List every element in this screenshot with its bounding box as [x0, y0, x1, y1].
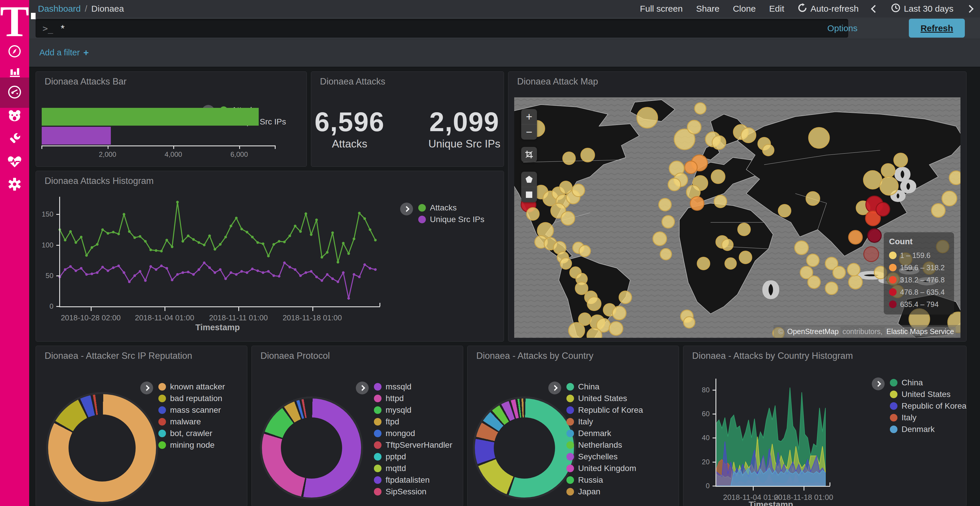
legend-collapse-button[interactable] [356, 382, 369, 394]
attack-location-dot[interactable] [807, 276, 821, 289]
legend-collapse-button[interactable] [400, 203, 413, 216]
legend-item[interactable]: TftpServerHandler [374, 439, 452, 451]
full-screen-button[interactable]: Full screen [640, 4, 683, 14]
attack-location-dot[interactable] [609, 321, 623, 336]
legend-item[interactable]: Italy [566, 416, 643, 428]
attack-location-dot[interactable] [881, 163, 896, 178]
legend-item[interactable]: Attacks [418, 202, 484, 214]
breadcrumb-dashboard-link[interactable]: Dashboard [38, 4, 81, 14]
attack-location-dot[interactable] [931, 203, 946, 218]
attack-location-dot[interactable] [619, 290, 632, 304]
time-back-button[interactable] [872, 6, 878, 12]
attack-location-dot[interactable] [711, 169, 725, 184]
clone-button[interactable]: Clone [733, 4, 756, 14]
attack-location-dot[interactable] [949, 171, 961, 185]
attack-location-dot[interactable] [612, 306, 627, 320]
attack-location-dot[interactable] [806, 191, 820, 206]
attack-location-dot[interactable] [668, 178, 681, 191]
reputation-donut[interactable] [48, 394, 156, 502]
attack-location-dot[interactable] [636, 107, 658, 128]
legend-item[interactable]: pptpd [374, 451, 452, 463]
legend-item[interactable]: Denmark [566, 428, 643, 439]
world-map[interactable]: + − Count 1 – 159.6159.6 – 318.2318.2 – … [514, 97, 961, 338]
legend-item[interactable]: mining node [158, 439, 225, 451]
attack-location-dot[interactable] [847, 263, 861, 276]
legend-item[interactable]: ftpd [374, 416, 452, 428]
attack-location-dot[interactable] [684, 160, 698, 174]
attack-location-dot[interactable] [876, 202, 890, 217]
attacks-histogram-plot[interactable] [60, 201, 375, 306]
attack-location-dot[interactable] [561, 211, 575, 225]
legend-item[interactable]: Italy [890, 412, 967, 424]
legend-item[interactable]: bot, crawler [158, 428, 225, 439]
attack-location-dot[interactable] [794, 241, 809, 255]
legend-item[interactable]: ftpdatalisten [374, 474, 452, 486]
attack-location-dot[interactable] [587, 297, 601, 311]
legend-item[interactable]: Republic of Korea [566, 404, 643, 416]
bar-Attacks[interactable] [42, 108, 259, 125]
attack-location-dot[interactable] [683, 316, 695, 328]
time-picker-button[interactable]: Last 30 days [891, 3, 953, 14]
attack-location-dot[interactable] [714, 195, 727, 208]
protocol-donut[interactable] [262, 398, 361, 498]
legend-item[interactable]: China [890, 377, 967, 389]
legend-item[interactable]: Denmark [890, 424, 967, 435]
legend-collapse-button[interactable] [140, 382, 153, 394]
attack-location-dot[interactable] [687, 120, 702, 134]
attack-location-dot[interactable] [880, 176, 899, 195]
attack-location-dot[interactable] [579, 245, 591, 257]
attack-location-dot[interactable] [712, 135, 726, 150]
attack-location-dot[interactable] [660, 248, 672, 260]
legend-item[interactable]: United Kingdom [566, 463, 643, 474]
bar-Unique Src IPs[interactable] [42, 127, 111, 144]
refresh-button[interactable]: Refresh [909, 19, 965, 38]
attack-location-dot[interactable] [694, 102, 706, 114]
add-filter-button[interactable]: Add a filter + [40, 47, 89, 58]
sidebar-item-management[interactable] [0, 170, 29, 200]
attack-location-dot[interactable] [662, 215, 675, 228]
legend-item[interactable]: Russia [566, 474, 643, 486]
attack-location-dot[interactable] [724, 257, 737, 270]
attack-location-dot[interactable] [559, 181, 573, 194]
attack-location-dot[interactable] [867, 228, 882, 243]
osm-link[interactable]: OpenStreetMap [786, 327, 841, 336]
attack-location-dot[interactable] [825, 282, 838, 295]
legend-item[interactable]: United States [566, 393, 643, 404]
draw-rectangle-button[interactable] [521, 187, 537, 202]
legend-item[interactable]: Seychelles [566, 451, 643, 463]
attack-location-dot[interactable] [562, 152, 576, 165]
ems-link[interactable]: Elastic Maps Service [885, 327, 956, 336]
legend-item[interactable]: mysqld [374, 404, 452, 416]
attack-location-dot[interactable] [739, 251, 752, 264]
legend-item[interactable]: mqttd [374, 463, 452, 474]
legend-item[interactable]: SipSession [374, 486, 452, 498]
legend-item[interactable]: malware [158, 416, 225, 428]
legend-item[interactable]: mongod [374, 428, 452, 439]
zoom-out-button[interactable]: − [521, 124, 537, 140]
legend-item[interactable]: httpd [374, 393, 452, 404]
legend-item[interactable]: Japan [566, 486, 643, 498]
attack-location-dot[interactable] [658, 198, 672, 211]
attack-location-dot[interactable] [568, 322, 585, 338]
attack-location-dot[interactable] [778, 204, 791, 217]
legend-item[interactable]: mssqld [374, 381, 452, 393]
legend-item[interactable]: Unique Src IPs [418, 214, 484, 225]
attack-location-dot[interactable] [526, 207, 539, 220]
attack-location-dot[interactable] [848, 275, 863, 289]
legend-item[interactable]: known attacker [158, 381, 225, 393]
attack-location-dot[interactable] [721, 239, 733, 251]
share-button[interactable]: Share [696, 4, 719, 14]
attack-location-dot[interactable] [863, 246, 879, 262]
legend-item[interactable]: Netherlands [566, 439, 643, 451]
legend-item[interactable]: United States [890, 389, 967, 400]
attack-location-dot[interactable] [741, 127, 756, 143]
zoom-in-button[interactable]: + [521, 109, 537, 124]
attack-location-dot[interactable] [832, 266, 846, 279]
country-histogram-plot[interactable] [716, 383, 826, 486]
draw-polygon-button[interactable] [521, 172, 537, 187]
attack-location-dot[interactable] [806, 254, 819, 267]
legend-item[interactable]: China [566, 381, 643, 393]
legend-item[interactable]: bad reputation [158, 393, 225, 404]
attack-location-dot[interactable] [808, 127, 830, 149]
legend-collapse-button[interactable] [872, 378, 885, 390]
